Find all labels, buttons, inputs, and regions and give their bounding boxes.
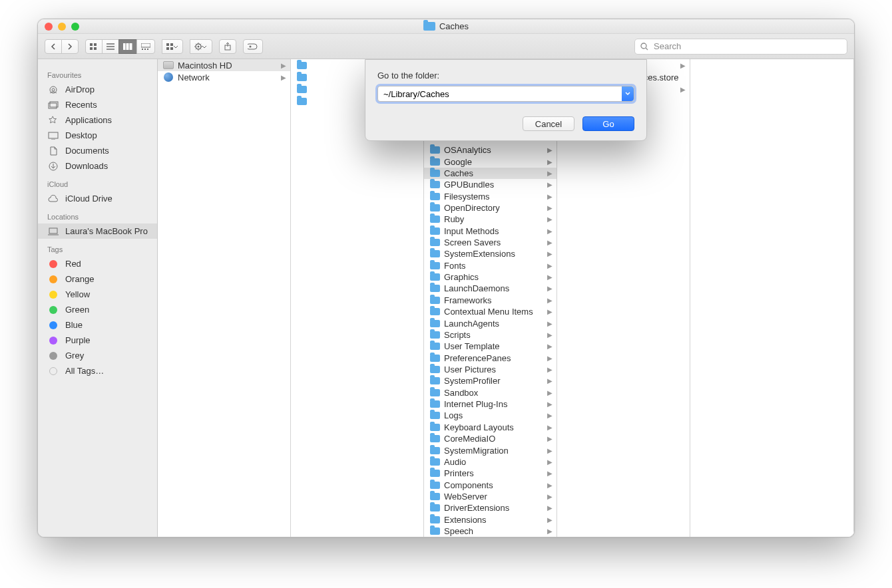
list-item[interactable]: Logs▶ — [424, 410, 557, 421]
list-item[interactable]: OpenDirectory▶ — [424, 202, 557, 214]
chevron-right-icon: ▶ — [547, 204, 553, 212]
list-item[interactable]: Google▶ — [424, 156, 557, 167]
folder-path-combobox[interactable] — [377, 86, 634, 102]
list-item[interactable]: Scripts▶ — [424, 329, 557, 341]
sidebar-item-label: All Tags… — [65, 366, 104, 376]
sidebar-item-green[interactable]: Green — [38, 302, 157, 317]
list-item[interactable]: Frameworks▶ — [424, 295, 557, 306]
list-item[interactable]: WebServer▶ — [424, 491, 557, 502]
list-item[interactable]: User Template▶ — [424, 341, 557, 352]
view-columns-button[interactable] — [118, 39, 137, 54]
sidebar-item-red[interactable]: Red — [38, 256, 157, 271]
list-item[interactable]: GPUBundles▶ — [424, 179, 557, 190]
list-item[interactable]: CoreMediaIO▶ — [424, 433, 557, 444]
column-1[interactable]: Macintosh HD▶Network▶ — [158, 59, 291, 537]
list-item[interactable]: Audio▶ — [424, 456, 557, 468]
list-item[interactable]: Keyboard Layouts▶ — [424, 422, 557, 433]
sidebar-item-desktop[interactable]: Desktop — [38, 128, 157, 143]
list-item[interactable]: Caches▶ — [424, 168, 557, 179]
chevron-right-icon: ▶ — [547, 355, 553, 362]
item-label: Scripts — [444, 330, 543, 340]
sidebar-item-downloads[interactable]: Downloads — [38, 158, 157, 174]
list-item[interactable]: Printers▶ — [424, 468, 557, 479]
close-window-button[interactable] — [45, 23, 53, 31]
svg-rect-13 — [147, 49, 148, 50]
list-item[interactable]: DriverExtensions▶ — [424, 502, 557, 514]
item-label: Sandbox — [444, 388, 543, 398]
folder-icon — [429, 435, 440, 443]
list-item[interactable]: LaunchDaemons▶ — [424, 283, 557, 294]
applications-icon — [47, 116, 59, 125]
sidebar-item-icloud-drive[interactable]: iCloud Drive — [38, 191, 157, 206]
list-item[interactable]: User Pictures▶ — [424, 364, 557, 375]
sidebar-item-applications[interactable]: Applications — [38, 112, 157, 128]
search-field[interactable] — [634, 39, 847, 55]
chevron-right-icon: ▶ — [547, 331, 553, 339]
sidebar-item-orange[interactable]: Orange — [38, 271, 157, 287]
list-item[interactable]: Input Methods▶ — [424, 225, 557, 237]
sidebar-item-label: Downloads — [65, 161, 108, 171]
sidebar-item-blue[interactable]: Blue — [38, 317, 157, 333]
item-label: Keyboard Layouts — [444, 422, 543, 432]
action-button[interactable] — [190, 39, 212, 54]
cloud-icon — [47, 194, 59, 204]
folder-icon — [296, 85, 307, 93]
sidebar-heading-icloud: iCloud — [38, 174, 157, 191]
list-item[interactable]: Ruby▶ — [424, 214, 557, 225]
sidebar-item-airdrop[interactable]: AirDrop — [38, 82, 157, 97]
cancel-button[interactable]: Cancel — [523, 116, 574, 131]
list-item[interactable]: Macintosh HD▶ — [158, 59, 290, 71]
minimize-window-button[interactable] — [58, 23, 66, 31]
folder-icon — [429, 169, 440, 177]
sidebar-item-documents[interactable]: Documents — [38, 143, 157, 158]
go-button[interactable]: Go — [582, 116, 634, 131]
sidebar-item-label: Grey — [65, 351, 84, 361]
forward-button[interactable] — [61, 39, 79, 54]
sidebar-item-recents[interactable]: Recents — [38, 97, 157, 112]
list-item[interactable]: Speech▶ — [424, 525, 557, 537]
folder-icon — [296, 97, 307, 105]
zoom-window-button[interactable] — [71, 23, 79, 31]
list-item[interactable]: Internet Plug-Ins▶ — [424, 398, 557, 410]
view-gallery-button[interactable] — [136, 39, 155, 54]
column-5[interactable] — [690, 59, 854, 537]
list-item[interactable]: Graphics▶ — [424, 271, 557, 283]
tags-button[interactable] — [243, 39, 263, 54]
sidebar-item-laura-s-macbook-pro[interactable]: Laura's MacBook Pro — [38, 223, 157, 239]
list-item[interactable]: PreferencePanes▶ — [424, 352, 557, 363]
list-item[interactable]: SystemProfiler▶ — [424, 375, 557, 386]
chevron-right-icon: ▶ — [547, 181, 553, 188]
window-title: Caches — [38, 21, 854, 31]
list-item[interactable]: SystemExtensions▶ — [424, 248, 557, 259]
laptop-icon — [47, 227, 59, 236]
list-item[interactable]: Fonts▶ — [424, 260, 557, 271]
recents-icon — [47, 100, 59, 110]
combobox-dropdown-button[interactable] — [622, 86, 634, 101]
list-item[interactable]: LaunchAgents▶ — [424, 317, 557, 329]
list-item[interactable]: Filesystems▶ — [424, 190, 557, 202]
svg-rect-31 — [49, 228, 57, 233]
folder-path-input[interactable] — [378, 89, 622, 99]
list-item[interactable]: OSAnalytics▶ — [424, 144, 557, 156]
list-item[interactable]: Contextual Menu Items▶ — [424, 306, 557, 317]
share-button[interactable] — [219, 39, 236, 54]
search-input[interactable] — [652, 41, 841, 52]
chevron-right-icon: ▶ — [547, 262, 553, 269]
group-by-button[interactable] — [162, 39, 183, 54]
go-to-folder-dialog: Go to the folder: Cancel Go — [365, 59, 647, 141]
folder-icon — [429, 527, 440, 535]
sidebar-item-purple[interactable]: Purple — [38, 333, 157, 348]
back-button[interactable] — [45, 39, 62, 54]
list-item[interactable]: Network▶ — [158, 71, 290, 83]
sidebar-item-yellow[interactable]: Yellow — [38, 287, 157, 302]
list-item[interactable]: Components▶ — [424, 479, 557, 490]
list-item[interactable]: Screen Savers▶ — [424, 237, 557, 248]
list-item[interactable]: Sandbox▶ — [424, 387, 557, 398]
view-list-button[interactable] — [102, 39, 119, 54]
chevron-right-icon: ▶ — [547, 493, 553, 500]
list-item[interactable]: SystemMigration▶ — [424, 444, 557, 456]
sidebar-item-grey[interactable]: Grey — [38, 348, 157, 363]
view-icons-button[interactable] — [85, 39, 103, 54]
list-item[interactable]: Extensions▶ — [424, 514, 557, 525]
sidebar-item-all-tags-[interactable]: All Tags… — [38, 363, 157, 378]
